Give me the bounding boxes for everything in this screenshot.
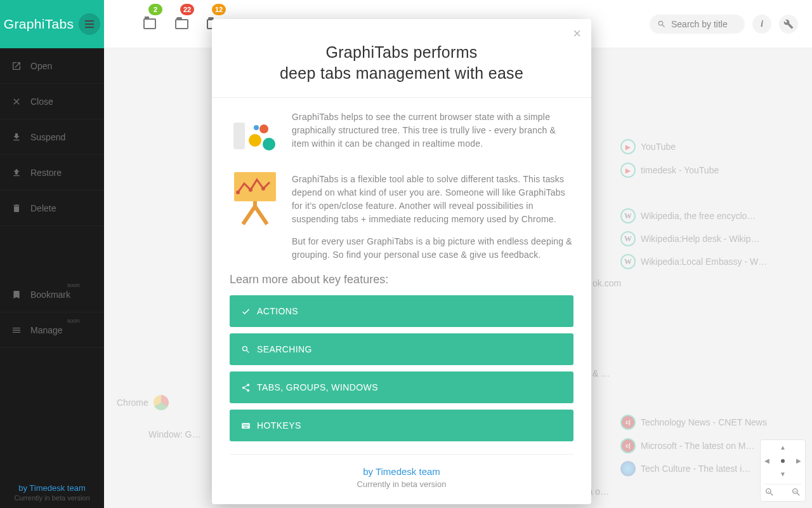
keyboard-icon	[241, 421, 251, 431]
modal-author-link[interactable]: by Timedesk team	[230, 466, 573, 477]
modal-paragraph-2: GraphiTabs is a flexible tool able to so…	[292, 173, 573, 226]
modal-close-button[interactable]: ×	[573, 25, 581, 42]
svg-line-11	[255, 206, 267, 224]
info-modal: × GraphiTabs performs deep tabs manageme…	[212, 19, 591, 504]
svg-rect-0	[233, 123, 245, 149]
learn-heading: Learn more about key features:	[230, 273, 573, 286]
svg-point-6	[236, 190, 240, 194]
svg-point-2	[259, 124, 268, 133]
modal-paragraph-1: GraphiTabs helps to see the current brow…	[292, 110, 573, 161]
feature-searching-button[interactable]: SEARCHING	[230, 333, 573, 365]
share-icon	[241, 383, 251, 392]
feature-tabs-button[interactable]: TABS, GROUPS, WINDOWS	[230, 371, 573, 403]
modal-beta-text: Currently in beta version	[230, 479, 573, 489]
svg-point-1	[249, 134, 261, 147]
modal-paragraph-3: But for every user GraphiTabs is a big p…	[292, 235, 573, 262]
svg-point-7	[249, 188, 252, 192]
search-icon	[241, 345, 251, 354]
svg-point-3	[263, 138, 275, 150]
svg-point-8	[261, 187, 265, 190]
feature-hotkeys-button[interactable]: HOTKEYS	[230, 410, 573, 441]
easel-illustration-icon	[230, 173, 280, 224]
check-icon	[241, 307, 251, 316]
tree-illustration-icon	[230, 110, 280, 161]
modal-footer: by Timedesk team Currently in beta versi…	[230, 454, 573, 489]
modal-title: GraphiTabs performs deep tabs management…	[212, 19, 591, 98]
svg-line-10	[243, 206, 255, 224]
svg-rect-5	[234, 172, 276, 201]
feature-actions-button[interactable]: ACTIONS	[230, 295, 573, 327]
svg-point-4	[254, 125, 259, 130]
